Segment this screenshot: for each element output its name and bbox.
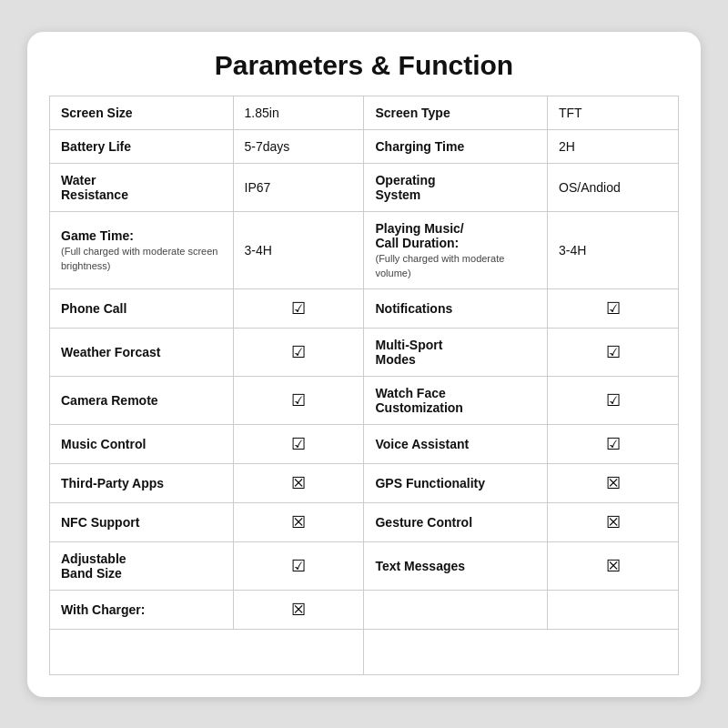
table-row: Game Time: (Full charged with moderate s…	[50, 211, 679, 288]
right-label: Multi-SportModes	[364, 328, 548, 376]
right-label: Screen Type	[364, 96, 548, 129]
left-value: 5-7days	[233, 129, 364, 163]
right-check	[548, 590, 679, 629]
card: Parameters & Function Screen Size 1.85in…	[27, 32, 701, 697]
right-check	[548, 424, 679, 463]
left-label: With Charger:	[50, 590, 234, 629]
left-label: AdjustableBand Size	[50, 541, 234, 590]
left-label: Battery Life	[50, 129, 234, 163]
params-table: Screen Size 1.85in Screen Type TFT Batte…	[49, 96, 679, 675]
left-label: Camera Remote	[50, 376, 234, 424]
right-label: Notifications	[364, 288, 548, 328]
table-row: Music Control Voice Assistant	[50, 424, 679, 463]
table-row: Weather Forcast Multi-SportModes	[50, 328, 679, 376]
table-row	[50, 629, 679, 674]
table-row: Third-Party Apps GPS Functionality	[50, 463, 679, 502]
right-label: Playing Music/Call Duration: (Fully char…	[364, 211, 548, 288]
left-label: NFC Support	[50, 502, 234, 541]
right-value: OS/Andiod	[548, 163, 679, 211]
left-check	[233, 463, 364, 502]
left-value: 3-4H	[233, 211, 364, 288]
right-value: 3-4H	[548, 211, 679, 288]
right-label: Charging Time	[364, 129, 548, 163]
table-row: Screen Size 1.85in Screen Type TFT	[50, 96, 679, 129]
right-check	[548, 376, 679, 424]
right-label: Watch FaceCustomization	[364, 376, 548, 424]
table-row: With Charger:	[50, 590, 679, 629]
left-label: Music Control	[50, 424, 234, 463]
right-label: Voice Assistant	[364, 424, 548, 463]
right-value: 2H	[548, 129, 679, 163]
left-check	[233, 376, 364, 424]
table-row: AdjustableBand Size Text Messages	[50, 541, 679, 590]
right-check	[548, 502, 679, 541]
left-label: Game Time: (Full charged with moderate s…	[50, 211, 234, 288]
table-row: NFC Support Gesture Control	[50, 502, 679, 541]
right-label: Text Messages	[364, 541, 548, 590]
table-row: Battery Life 5-7days Charging Time 2H	[50, 129, 679, 163]
left-check	[233, 328, 364, 376]
table-row: Camera Remote Watch FaceCustomization	[50, 376, 679, 424]
left-label: WaterResistance	[50, 163, 234, 211]
left-check	[233, 590, 364, 629]
left-check	[233, 424, 364, 463]
right-check	[548, 288, 679, 328]
left-check	[233, 288, 364, 328]
left-label: Third-Party Apps	[50, 463, 234, 502]
left-check	[233, 502, 364, 541]
left-check	[233, 541, 364, 590]
right-label: OperatingSystem	[364, 163, 548, 211]
right-label	[364, 590, 548, 629]
right-label: Gesture Control	[364, 502, 548, 541]
empty-right	[364, 629, 679, 674]
page-title: Parameters & Function	[49, 50, 679, 81]
left-label: Phone Call	[50, 288, 234, 328]
left-label: Weather Forcast	[50, 328, 234, 376]
table-row: WaterResistance IP67 OperatingSystem OS/…	[50, 163, 679, 211]
left-label: Screen Size	[50, 96, 234, 129]
left-value: 1.85in	[233, 96, 364, 129]
right-check	[548, 541, 679, 590]
right-check	[548, 463, 679, 502]
right-value: TFT	[548, 96, 679, 129]
left-value: IP67	[233, 163, 364, 211]
right-check	[548, 328, 679, 376]
table-row: Phone Call Notifications	[50, 288, 679, 328]
empty-left	[50, 629, 364, 674]
right-label: GPS Functionality	[364, 463, 548, 502]
